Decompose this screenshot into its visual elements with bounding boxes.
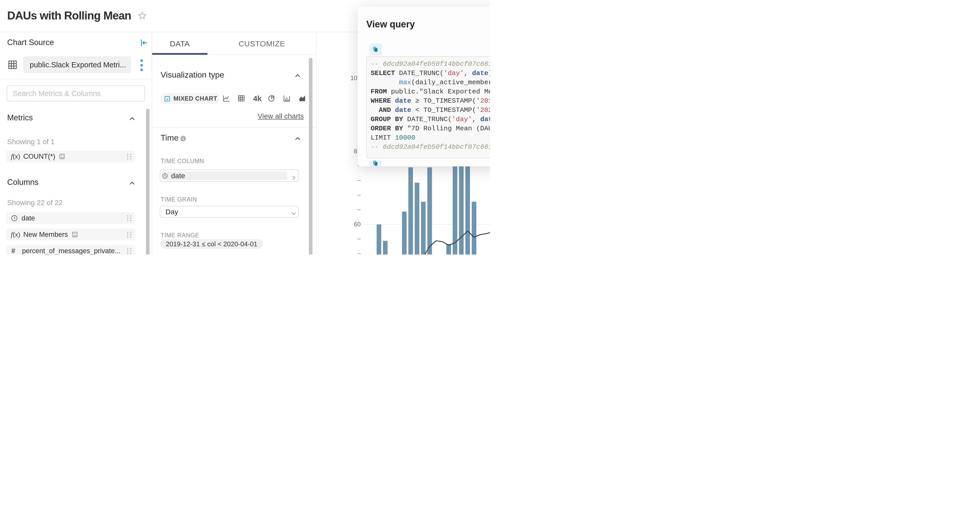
svg-text:60: 60: [354, 221, 361, 227]
